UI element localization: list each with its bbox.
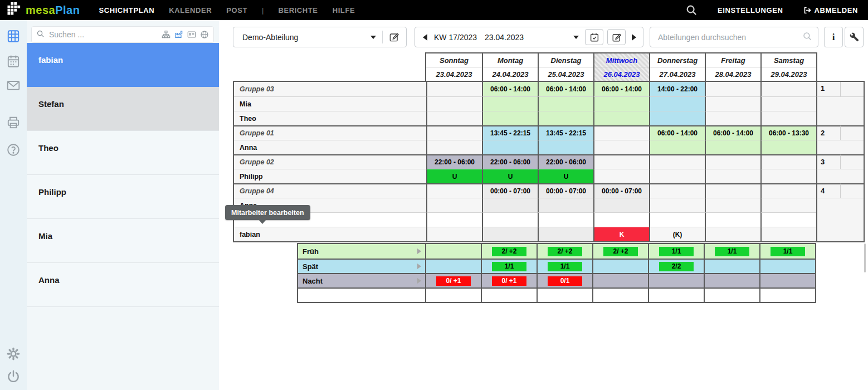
- sidebar-employee-fabian[interactable]: fabian: [27, 43, 219, 87]
- schedule-cell[interactable]: [760, 183, 816, 198]
- calendar-picker-button[interactable]: [585, 29, 603, 45]
- schedule-cell[interactable]: [705, 169, 760, 183]
- schedule-cell[interactable]: [649, 169, 705, 183]
- schedule-cell[interactable]: 06:00 - 14:00: [593, 82, 649, 96]
- previous-week-button[interactable]: [423, 34, 427, 41]
- schedule-cell[interactable]: [593, 154, 649, 169]
- row-label-fabian[interactable]: fabian: [234, 227, 426, 241]
- schedule-cell[interactable]: [538, 140, 593, 154]
- power-icon[interactable]: [6, 369, 21, 384]
- schedule-cell[interactable]: [649, 183, 705, 198]
- global-search-icon[interactable]: [685, 4, 698, 16]
- help-icon[interactable]: [6, 143, 21, 157]
- schedule-cell[interactable]: 13:45 - 22:15: [538, 125, 593, 140]
- nav-schichtplan[interactable]: SCHICHTPLAN: [99, 6, 154, 14]
- edit-department-button[interactable]: [389, 32, 399, 42]
- schedule-cell[interactable]: [649, 198, 705, 212]
- schedule-cell[interactable]: 00:00 - 07:00: [538, 183, 593, 198]
- schedule-cell[interactable]: [426, 125, 482, 140]
- schedule-cell[interactable]: 06:00 - 13:30: [760, 125, 816, 140]
- department-search-input[interactable]: [657, 32, 802, 42]
- schedule-cell[interactable]: 06:00 - 14:00: [538, 82, 593, 96]
- orgchart-icon[interactable]: [162, 30, 170, 39]
- row-label-gruppe-04[interactable]: Gruppe 04: [234, 183, 426, 198]
- schedule-cell[interactable]: 14:00 - 22:00: [649, 82, 705, 96]
- schedule-cell[interactable]: [426, 96, 482, 111]
- schedule-cell[interactable]: [705, 212, 760, 227]
- schedule-cell[interactable]: [760, 111, 816, 125]
- schedule-cell[interactable]: [760, 154, 816, 169]
- print-icon[interactable]: [6, 115, 21, 130]
- schedule-cell[interactable]: [426, 212, 482, 227]
- schedule-cell[interactable]: [705, 111, 760, 125]
- schedule-cell[interactable]: [426, 111, 482, 125]
- schedule-cell[interactable]: [482, 198, 538, 212]
- schedule-cell[interactable]: [649, 212, 705, 227]
- schedule-cell[interactable]: [760, 227, 816, 241]
- schedule-cell[interactable]: [482, 96, 538, 111]
- row-label-gruppe-01[interactable]: Gruppe 01: [234, 125, 426, 140]
- schedule-cell[interactable]: [649, 154, 705, 169]
- shiftplan-table-icon[interactable]: [6, 29, 21, 43]
- gear-icon[interactable]: [6, 347, 21, 361]
- globe-icon[interactable]: [200, 30, 209, 39]
- sidebar-employee-mia[interactable]: Mia: [27, 219, 219, 263]
- schedule-cell[interactable]: [482, 227, 538, 241]
- schedule-cell[interactable]: [538, 227, 593, 241]
- calendar-icon[interactable]: [6, 54, 21, 69]
- schedule-cell[interactable]: [705, 96, 760, 111]
- row-label-theo[interactable]: Theo: [234, 111, 426, 125]
- sidebar-employee-philipp[interactable]: Philipp: [27, 175, 219, 219]
- summary-label-nacht[interactable]: Nacht: [298, 273, 425, 287]
- schedule-cell[interactable]: [593, 96, 649, 111]
- scrollbar[interactable]: [864, 243, 866, 272]
- schedule-cell[interactable]: U: [426, 169, 482, 183]
- schedule-cell[interactable]: [538, 198, 593, 212]
- edit-week-button[interactable]: [607, 29, 626, 45]
- schedule-cell[interactable]: [426, 183, 482, 198]
- schedule-cell[interactable]: [538, 96, 593, 111]
- schedule-cell[interactable]: [593, 125, 649, 140]
- schedule-cell[interactable]: [426, 82, 482, 96]
- schedule-cell[interactable]: [593, 140, 649, 154]
- row-label-gruppe-03[interactable]: Gruppe 03: [234, 82, 426, 96]
- schedule-cell[interactable]: [705, 140, 760, 154]
- chevron-down-icon[interactable]: [573, 36, 579, 39]
- schedule-cell[interactable]: U: [538, 169, 593, 183]
- row-label-anna[interactable]: Anna: [234, 140, 426, 154]
- nav-kalender[interactable]: KALENDER: [169, 6, 212, 14]
- schedule-cell[interactable]: [426, 198, 482, 212]
- schedule-cell[interactable]: [705, 82, 760, 96]
- mail-icon[interactable]: [6, 78, 21, 92]
- nav-einstellungen[interactable]: EINSTELLUNGEN: [718, 6, 783, 14]
- schedule-cell[interactable]: [705, 183, 760, 198]
- schedule-cell[interactable]: [593, 111, 649, 125]
- schedule-cell[interactable]: [705, 154, 760, 169]
- schedule-cell[interactable]: [649, 140, 705, 154]
- summary-label-früh[interactable]: Früh: [298, 244, 425, 259]
- schedule-cell[interactable]: [538, 111, 593, 125]
- schedule-cell[interactable]: [760, 169, 816, 183]
- schedule-cell[interactable]: 00:00 - 07:00: [482, 183, 538, 198]
- summary-label-spät[interactable]: Spät: [298, 259, 425, 273]
- schedule-cell[interactable]: 06:00 - 14:00: [482, 82, 538, 96]
- nav-hilfe[interactable]: HILFE: [333, 6, 355, 14]
- schedule-cell[interactable]: (K): [649, 227, 705, 241]
- schedule-cell[interactable]: [593, 212, 649, 227]
- schedule-cell[interactable]: 22:00 - 06:00: [538, 154, 593, 169]
- sidebar-employee-anna[interactable]: Anna: [27, 263, 219, 307]
- schedule-cell[interactable]: [705, 198, 760, 212]
- sidebar-employee-stefan[interactable]: Stefan: [27, 87, 219, 131]
- department-select[interactable]: Demo-Abteilung: [233, 27, 407, 47]
- nav-post[interactable]: POST: [226, 6, 247, 14]
- factory-icon[interactable]: [174, 30, 183, 39]
- schedule-cell[interactable]: [760, 96, 816, 111]
- schedule-cell[interactable]: 22:00 - 06:00: [482, 154, 538, 169]
- schedule-cell[interactable]: [760, 212, 816, 227]
- schedule-cell[interactable]: 22:00 - 06:00: [426, 154, 482, 169]
- row-label-gruppe-02[interactable]: Gruppe 02: [234, 154, 426, 169]
- next-week-button[interactable]: [632, 34, 636, 41]
- schedule-cell[interactable]: [760, 82, 816, 96]
- schedule-cell[interactable]: [593, 169, 649, 183]
- nav-abmelden[interactable]: ABMELDEN: [803, 6, 858, 14]
